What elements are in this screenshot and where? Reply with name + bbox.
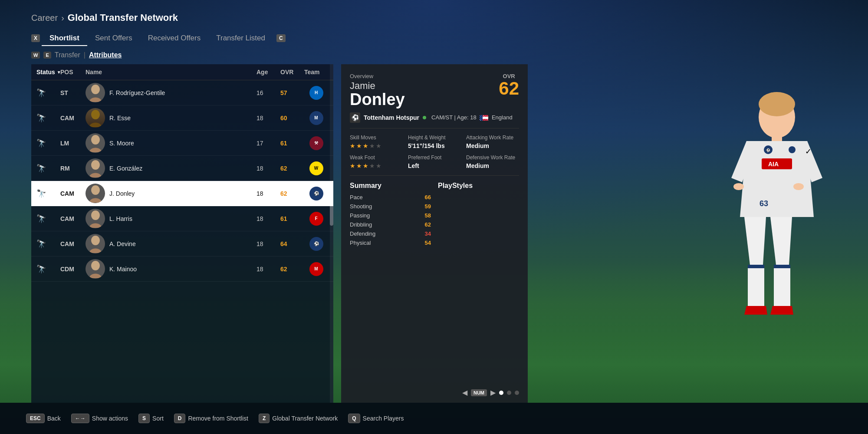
svg-point-0: [91, 85, 100, 94]
stat-value: 54: [425, 240, 431, 246]
table-row[interactable]: 🔭 CAM L. Harris 18 61 F: [31, 206, 333, 231]
tab-key-c: C: [276, 34, 286, 42]
cell-team: ⚽: [304, 237, 328, 251]
cell-scout: 🔭: [36, 138, 60, 148]
svg-text:63: 63: [760, 199, 768, 208]
action-key-q: Q: [348, 414, 360, 423]
bottom-grid: Summary Pace 66 Shooting 59 Passing 58 D…: [350, 182, 519, 249]
player-list: 🔭 ST F. Rodríguez-Gentile 16 57 H 🔭 CAM …: [31, 80, 333, 282]
attacking-wr-value: Medium: [466, 142, 519, 149]
table-row[interactable]: 🔭 RM E. González 18 62 W: [31, 156, 333, 181]
weak-foot-block: Weak Foot ★ ★ ★ ★ ★: [350, 155, 403, 169]
action-back[interactable]: ESC Back: [26, 414, 61, 423]
action-key-arrows: ←→: [71, 414, 89, 423]
scout-icon: 🔭: [36, 88, 46, 98]
svg-point-5: [91, 210, 100, 220]
svg-text:✓: ✓: [805, 147, 812, 156]
tab-sent-offers[interactable]: Sent Offers: [87, 31, 140, 45]
preferred-foot-label: Preferred Foot: [408, 155, 461, 161]
cell-age: 18: [256, 215, 280, 222]
action-sort[interactable]: S Sort: [138, 414, 164, 423]
summary-title: Summary: [350, 182, 431, 190]
scroll-thumb[interactable]: [330, 200, 333, 226]
player-svg: AIA ✓ 63: [703, 78, 833, 404]
team-badge-icon: H: [309, 86, 323, 100]
stat-row: Defending 34: [350, 230, 431, 237]
cell-ovr: 62: [280, 266, 304, 273]
table-row[interactable]: 🔭 LM S. Moore 17 61 ⚒: [31, 131, 333, 156]
col-header-name: Name: [85, 69, 256, 76]
table-row[interactable]: 🔭 CAM J. Donley 18 62 ⚽: [31, 181, 333, 206]
col-header-pos: POS: [60, 69, 85, 76]
cell-team: ⚽: [304, 187, 328, 201]
preferred-foot-value: Left: [408, 162, 461, 169]
cell-ovr: 62: [280, 165, 304, 172]
summary-section: Summary Pace 66 Shooting 59 Passing 58 D…: [350, 182, 431, 249]
svg-point-1: [91, 110, 100, 119]
action-label-show-actions: Show actions: [92, 415, 128, 422]
dot-3[interactable]: [515, 391, 519, 395]
cell-pos: CAM: [60, 115, 85, 122]
dot-1[interactable]: [499, 391, 503, 395]
action-remove[interactable]: D Remove from Shortlist: [174, 414, 248, 423]
stats-rows: Pace 66 Shooting 59 Passing 58 Dribbling…: [350, 194, 431, 246]
action-label-remove: Remove from Shortlist: [188, 415, 248, 422]
cell-player-name: R. Esse: [109, 115, 256, 122]
cell-age: 18: [256, 165, 280, 172]
tab-shortlist[interactable]: Shortlist: [42, 31, 87, 45]
table-row[interactable]: 🔭 CAM A. Devine 18 64 ⚽: [31, 231, 333, 256]
cell-age: 17: [256, 140, 280, 147]
sub-tab-transfer[interactable]: Transfer: [55, 51, 80, 59]
scout-icon: 🔭: [36, 164, 46, 173]
tab-key-x: X: [31, 34, 40, 42]
action-key-s: S: [138, 414, 150, 423]
table-row[interactable]: 🔭 ST F. Rodríguez-Gentile 16 57 H: [31, 80, 333, 105]
stat-row: Pace 66: [350, 194, 431, 201]
cell-ovr: 61: [280, 215, 304, 222]
player-club-row: ⚽ Tottenham Hotspur CAM/ST | Age: 18 Eng…: [350, 112, 519, 128]
tab-received-offers[interactable]: Received Offers: [140, 31, 209, 45]
cell-scout: 🔭: [36, 214, 60, 224]
stat-row: Shooting 59: [350, 203, 431, 210]
cell-team: W: [304, 161, 328, 175]
table-row[interactable]: 🔭 CAM R. Esse 18 60 M: [31, 105, 333, 131]
svg-point-4: [91, 185, 100, 195]
cell-scout: 🔭: [36, 264, 60, 274]
stat-value: 62: [425, 221, 431, 228]
dot-2[interactable]: [507, 391, 511, 395]
cell-team: M: [304, 262, 328, 276]
player-figure: AIA ✓ 63: [703, 78, 833, 404]
avatar-svg: [87, 134, 104, 152]
stat-label: Passing: [350, 212, 370, 219]
svg-rect-18: [774, 265, 790, 268]
action-label-search: Search Players: [363, 415, 404, 422]
avatar-svg: [87, 184, 104, 203]
action-key-z: Z: [259, 414, 270, 423]
height-weight-value: 5'11"/154 lbs: [408, 142, 461, 149]
team-badge-icon: M: [309, 111, 323, 125]
player-avatar: [85, 108, 105, 128]
action-show-actions[interactable]: ←→ Show actions: [71, 414, 128, 423]
svg-rect-15: [748, 265, 764, 308]
scroll-track[interactable]: [330, 64, 333, 403]
nav-prev[interactable]: ◀: [462, 388, 467, 397]
cell-scout: 🔭: [36, 239, 60, 249]
action-key-esc: ESC: [26, 414, 45, 423]
breadcrumb-career: Career: [31, 13, 58, 23]
team-badge-icon: ⚽: [309, 187, 323, 201]
cell-scout: 🔭: [36, 88, 60, 98]
action-gtn[interactable]: Z Global Transfer Network: [259, 414, 338, 423]
svg-point-2: [91, 135, 100, 145]
weak-foot-stars: ★ ★ ★ ★ ★: [350, 162, 403, 169]
stat-value: 58: [425, 212, 431, 219]
player-firstname: Jamie: [350, 81, 519, 91]
col-header-team: Team: [304, 69, 328, 76]
nav-next[interactable]: ▶: [490, 388, 496, 397]
weak-foot-label: Weak Foot: [350, 155, 403, 161]
tab-transfer-listed[interactable]: Transfer Listed: [208, 31, 273, 45]
action-search[interactable]: Q Search Players: [348, 414, 404, 423]
sub-tab-attributes[interactable]: Attributes: [89, 51, 122, 59]
team-badge-icon: F: [309, 212, 323, 226]
num-badge: NUM: [471, 389, 487, 396]
table-row[interactable]: 🔭 CDM K. Mainoo 18 62 M: [31, 256, 333, 282]
